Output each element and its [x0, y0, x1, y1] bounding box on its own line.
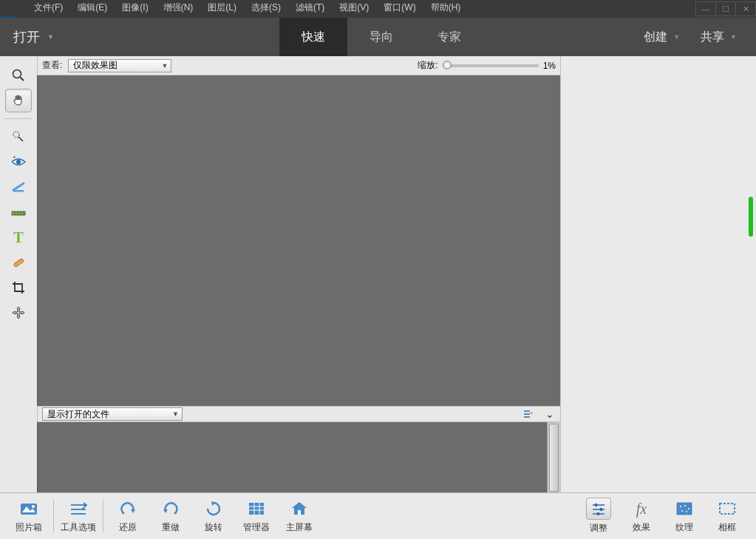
text-tool[interactable]: T [5, 226, 32, 249]
svg-rect-22 [21, 504, 37, 515]
create-button[interactable]: 创建 ▼ [633, 30, 690, 45]
straighten-tool[interactable] [5, 200, 32, 224]
menu-filter[interactable]: 滤镜(T) [288, 0, 332, 16]
view-label: 查看: [42, 59, 62, 72]
quick-select-tool[interactable] [5, 125, 32, 149]
right-panel [560, 56, 756, 492]
collapse-icon[interactable]: ⌄ [544, 408, 556, 420]
chevron-down-icon: ▼ [673, 33, 680, 41]
rotate-label: 旋转 [205, 521, 222, 534]
chevron-down-icon: ▼ [172, 410, 179, 418]
effects-label: 效果 [633, 521, 650, 534]
photo-bin-area[interactable] [37, 422, 560, 492]
effects-button[interactable]: fx 效果 [620, 498, 663, 534]
tool-options-button[interactable]: 工具选项 [57, 498, 100, 534]
zoom-tool[interactable] [5, 64, 32, 87]
undo-label: 还原 [119, 521, 137, 534]
menu-edit[interactable]: 编辑(E) [70, 0, 115, 16]
svg-point-17 [18, 262, 18, 262]
zoom-slider-thumb[interactable] [443, 61, 452, 70]
textures-icon [674, 498, 695, 519]
canvas-area[interactable] [37, 75, 560, 406]
redo-label: 重做 [162, 521, 180, 534]
options-bar: 查看: 仅限效果图 ▼ 缩放: 1% [37, 56, 560, 75]
photo-bin-icon [18, 498, 39, 519]
adjustments-button[interactable]: 调整 [577, 498, 620, 535]
photo-bin-scrollbar[interactable] [547, 422, 560, 492]
menu-file[interactable]: 文件(F) [27, 0, 70, 16]
svg-point-18 [20, 260, 21, 261]
svg-point-47 [684, 505, 686, 506]
whiten-teeth-tool[interactable] [5, 175, 32, 199]
zoom-value: 1% [543, 61, 556, 71]
svg-marker-29 [163, 509, 168, 513]
photo-bin-header: 显示打开的文件 ▼ ⌄ [37, 406, 560, 422]
home-button[interactable]: 主屏幕 [278, 498, 321, 534]
healing-tool[interactable] [5, 251, 32, 274]
svg-point-4 [13, 132, 19, 138]
svg-text:+: + [13, 155, 16, 160]
svg-point-49 [681, 510, 683, 512]
textures-button[interactable]: 纹理 [663, 498, 706, 534]
svg-rect-39 [595, 504, 597, 506]
rotate-icon [203, 498, 224, 519]
zoom-label: 缩放: [418, 59, 437, 72]
redo-button[interactable]: 重做 [149, 498, 192, 534]
svg-point-6 [16, 160, 21, 164]
view-dropdown[interactable]: 仅限效果图 ▼ [68, 59, 171, 72]
tab-expert[interactable]: 专家 [415, 18, 483, 56]
menu-window[interactable]: 窗口(W) [376, 0, 423, 16]
close-button[interactable]: ✕ [735, 1, 756, 16]
menu-help[interactable]: 帮助(H) [423, 0, 469, 16]
photo-bin-button[interactable]: 照片箱 [7, 498, 50, 534]
chevron-down-icon: ▼ [161, 62, 168, 70]
frames-button[interactable]: 相框 [706, 498, 749, 534]
chevron-down-icon: ▼ [730, 33, 737, 41]
svg-point-46 [680, 506, 681, 507]
zoom-slider[interactable] [443, 64, 539, 67]
share-button[interactable]: 共享 ▼ [690, 30, 747, 45]
frames-icon [717, 498, 738, 519]
open-button[interactable]: 打开 ▼ [0, 18, 67, 56]
left-toolbar: + T [0, 56, 37, 492]
organizer-label: 管理器 [243, 521, 270, 534]
menu-select[interactable]: 选择(S) [244, 0, 288, 16]
svg-line-3 [21, 78, 24, 81]
organizer-button[interactable]: 管理器 [235, 498, 278, 534]
list-menu-icon[interactable] [522, 408, 534, 420]
tool-options-label: 工具选项 [61, 521, 96, 534]
undo-button[interactable]: 还原 [106, 498, 149, 534]
minimize-button[interactable]: — [695, 1, 716, 16]
home-icon [289, 498, 310, 519]
share-label: 共享 [701, 30, 724, 45]
photo-bin-label: 照片箱 [16, 521, 42, 534]
menu-image[interactable]: 图像(I) [115, 0, 155, 16]
svg-point-48 [688, 508, 689, 509]
tab-quick[interactable]: 快速 [279, 18, 347, 56]
effects-icon: fx [631, 498, 652, 519]
svg-rect-41 [600, 508, 602, 511]
scrollbar-thumb[interactable] [549, 424, 559, 492]
svg-rect-37 [298, 510, 301, 515]
tab-guided[interactable]: 导向 [347, 18, 415, 56]
menu-view[interactable]: 视图(V) [332, 0, 376, 16]
frames-label: 相框 [718, 521, 736, 534]
svg-point-2 [13, 70, 21, 78]
move-tool[interactable] [5, 301, 32, 325]
bottom-bar: 照片箱 工具选项 还原 重做 旋转 管理器 主屏幕 调整 fx 效果 纹理 相 [0, 492, 756, 539]
open-label: 打开 [13, 28, 40, 46]
svg-rect-43 [597, 512, 599, 515]
redeye-tool[interactable]: + [5, 150, 32, 174]
svg-rect-9 [12, 211, 25, 215]
menu-bar: 文件(F) 编辑(E) 图像(I) 增强(N) 图层(L) 选择(S) 滤镜(T… [0, 0, 675, 16]
panel-scroll-indicator[interactable] [749, 197, 753, 237]
photo-bin-dropdown[interactable]: 显示打开的文件 ▼ [42, 407, 183, 421]
svg-rect-51 [720, 504, 735, 514]
svg-point-24 [32, 505, 35, 508]
rotate-button[interactable]: 旋转 [192, 498, 235, 534]
maximize-button[interactable]: ☐ [715, 1, 736, 16]
menu-layer[interactable]: 图层(L) [200, 0, 244, 16]
menu-enhance[interactable]: 增强(N) [156, 0, 201, 16]
crop-tool[interactable] [5, 276, 32, 299]
hand-tool[interactable] [5, 89, 32, 112]
